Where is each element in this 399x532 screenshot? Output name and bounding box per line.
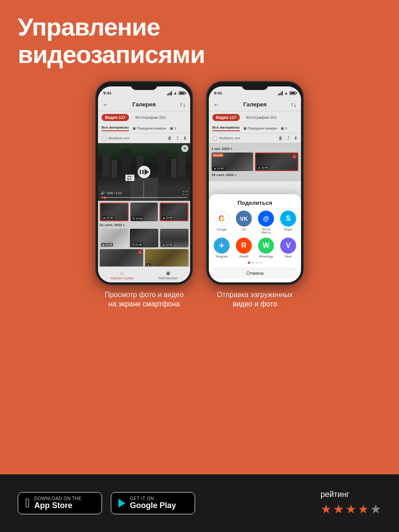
cat-front-left[interactable]: ▣ Передняя камера bbox=[133, 126, 166, 130]
stars-row: ★ ★ ★ ★ ★ bbox=[321, 502, 381, 516]
status-right-left: ▲ bbox=[167, 91, 185, 95]
phone-left-container: 9:41 ▲ bbox=[95, 81, 193, 309]
nav-mydaocam-left[interactable]: ◉ Мой DaoCam bbox=[159, 270, 178, 280]
star-3: ★ bbox=[345, 502, 356, 516]
phone-notch-right bbox=[242, 82, 268, 90]
googleplay-text: GET IT ON Google Play bbox=[130, 496, 176, 510]
thumb-item-3[interactable]: ▲ 22:48 bbox=[100, 229, 128, 247]
thumb-item-7[interactable]: ▲ bbox=[145, 249, 188, 266]
back-button-left[interactable]: ← bbox=[102, 101, 109, 108]
download-icon-left[interactable]: ⬇ bbox=[183, 136, 187, 141]
mail-label: Почта Mail.ru bbox=[257, 228, 275, 234]
tab-photos-left[interactable]: Фотографии 253 bbox=[132, 114, 169, 121]
sub-cats-right: Все материалы ▣ Передняя камера ▣ 3 bbox=[209, 124, 301, 133]
signal-right bbox=[278, 91, 283, 95]
phone-left-frame: 9:41 ▲ bbox=[95, 81, 193, 285]
video-progress-bar[interactable] bbox=[101, 197, 188, 198]
delete-icon-left[interactable]: 🗑 bbox=[168, 136, 172, 141]
select-all-label-left[interactable]: Выбрать все bbox=[109, 136, 129, 140]
share-sheet: Поделиться G Google bbox=[209, 194, 301, 282]
rating-section: рейтинг ★ ★ ★ ★ ★ bbox=[321, 490, 381, 516]
share-cancel-button[interactable]: Отмена bbox=[212, 267, 297, 279]
cat-front-right[interactable]: ▣ Передняя камера bbox=[243, 126, 277, 130]
home-icon-left: ⌂ bbox=[121, 270, 124, 276]
delete-icon-right[interactable]: 🗑 bbox=[278, 136, 283, 141]
googleplay-badge[interactable]: GET IT ON Google Play bbox=[111, 492, 195, 514]
volume-icon[interactable]: 🔊 bbox=[101, 191, 105, 195]
share-icon-left[interactable]: ⤴ bbox=[176, 136, 179, 141]
thumb-item-6[interactable]: ✓ bbox=[100, 249, 143, 266]
vk-label: VK bbox=[242, 228, 246, 231]
share-telegram[interactable]: ✈ Telegram bbox=[212, 238, 231, 258]
thumb-item-2[interactable]: ▲ 22:48 bbox=[160, 203, 188, 221]
viber-label: Viber bbox=[285, 255, 292, 258]
gallery-title-right: Галерея bbox=[223, 101, 287, 108]
whatsapp-icon: W bbox=[258, 238, 274, 254]
select-all-label-right[interactable]: Выбрать все bbox=[219, 136, 240, 140]
share-title: Поделиться bbox=[212, 200, 297, 206]
share-google[interactable]: G Google bbox=[212, 211, 231, 234]
tab-bar-left: Видео 117 Фотографии 253 bbox=[98, 111, 190, 124]
skype-icon: S bbox=[280, 211, 296, 227]
vk-icon: VK bbox=[236, 211, 252, 227]
star-4: ★ bbox=[358, 502, 369, 516]
app-nav-left: ← Галерея ↑↓ bbox=[98, 98, 190, 111]
telegram-label: Telegram bbox=[215, 255, 228, 258]
star-5: ★ bbox=[370, 502, 381, 516]
thumb-item-1[interactable]: ☰ 22:48 bbox=[130, 203, 157, 221]
tab-video-left[interactable]: Видео 117 bbox=[102, 114, 129, 121]
select-circle-right[interactable] bbox=[212, 136, 218, 141]
pause-button[interactable] bbox=[138, 166, 150, 178]
thumb-dur-1: ☰ 22:48 bbox=[132, 216, 143, 220]
reddit-icon: R bbox=[236, 238, 252, 254]
phone-bottom-nav-left: ⌂ DaoCam Combo ◉ Мой DaoCam bbox=[98, 266, 190, 282]
gallery-title-left: Галерея bbox=[112, 101, 176, 108]
dot-4 bbox=[260, 262, 262, 264]
fullscreen-icon[interactable]: ⛶ bbox=[183, 191, 188, 196]
thumb-item-0[interactable]: ▲ 22:48 bbox=[100, 203, 129, 221]
phone-notch-left bbox=[131, 82, 157, 90]
back-button-right[interactable]: ← bbox=[213, 101, 219, 108]
appstore-badge[interactable]:  Download on the App Store bbox=[18, 492, 102, 514]
cat-all-right[interactable]: Все материалы bbox=[212, 125, 240, 131]
cat-more-right: ▣ 3 bbox=[281, 126, 287, 130]
tab-video-right[interactable]: Видео 117 bbox=[212, 114, 240, 121]
share-vk[interactable]: VK VK bbox=[235, 211, 253, 234]
date-label-right2: 29 сент. 2022 г. bbox=[211, 173, 298, 177]
date-label-left: 21 сент. 2022 г. bbox=[100, 223, 188, 227]
battery-left bbox=[179, 91, 185, 95]
video-time: 0:00 / 1:12 bbox=[107, 192, 121, 195]
viber-icon: V bbox=[280, 238, 296, 254]
share-icon-right[interactable]: ⤴ bbox=[287, 136, 289, 141]
sort-button-left[interactable]: ↑↓ bbox=[180, 101, 186, 108]
download-icon-right[interactable]: ⬇ bbox=[294, 136, 297, 141]
only-bus-sign: ONLYBUS bbox=[125, 175, 134, 181]
right-thumb-1[interactable]: ✓ ▲ 22:48 bbox=[255, 153, 298, 171]
tab-photos-right[interactable]: Фотографии 253 bbox=[243, 114, 280, 121]
nav-label-left: DaoCam Combo bbox=[110, 277, 133, 280]
thumb-item-4[interactable]: ☰ 22:48 bbox=[130, 229, 158, 247]
share-viber[interactable]: V Viber bbox=[279, 238, 297, 258]
phone-right-container: 9:41 ▲ bbox=[206, 81, 304, 309]
appstore-sub-label: Download on the bbox=[34, 496, 82, 501]
whatsapp-label: WhatsApp bbox=[259, 255, 273, 258]
thumb-item-5[interactable]: ▲ 22:48 bbox=[160, 229, 188, 247]
share-apps-grid: G Google VK VK bbox=[212, 211, 297, 258]
dot-3 bbox=[256, 262, 258, 264]
share-skype[interactable]: S Skype bbox=[279, 211, 297, 234]
skype-label: Skype bbox=[284, 228, 292, 231]
camera-icon-left: ▣ bbox=[133, 126, 136, 130]
share-reddit[interactable]: R Reddit bbox=[235, 238, 253, 258]
sort-button-right[interactable]: ↑↓ bbox=[290, 101, 297, 108]
star-1: ★ bbox=[321, 502, 332, 516]
select-circle-left[interactable] bbox=[102, 136, 107, 141]
nav-daocam-left[interactable]: ⌂ DaoCam Combo bbox=[110, 270, 133, 280]
sub-cats-left: Все материалы ▣ Передняя камера ▣ 3 bbox=[98, 124, 190, 133]
share-whatsapp[interactable]: W WhatsApp bbox=[257, 238, 275, 258]
right-thumb-0[interactable]: Скачано ▲ 22:48 bbox=[211, 153, 253, 171]
camera-icon-right: ▣ bbox=[243, 126, 247, 130]
phones-section: 9:41 ▲ bbox=[0, 72, 399, 474]
cat-all-left[interactable]: Все материалы bbox=[102, 125, 129, 131]
thumb-row-2: ✓ ▲ bbox=[100, 249, 188, 266]
share-mail[interactable]: @ Почта Mail.ru bbox=[257, 211, 275, 234]
